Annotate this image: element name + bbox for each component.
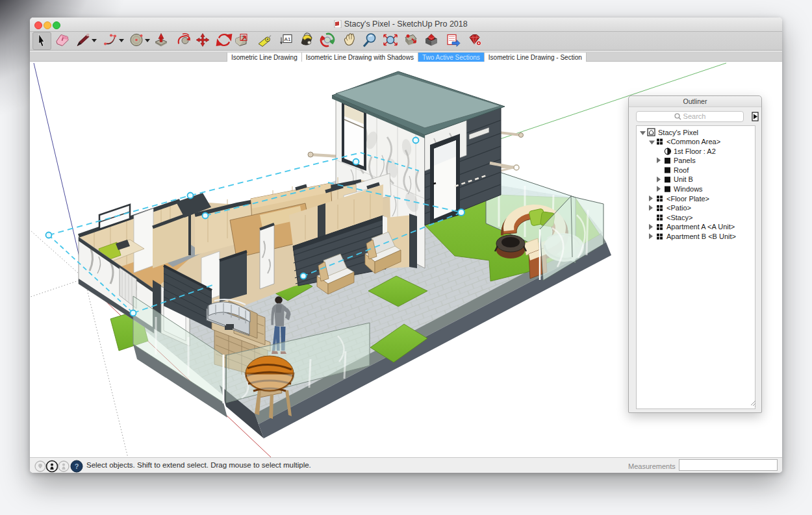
- svg-text:Roof: Roof: [674, 166, 689, 174]
- svg-text:Apartment A <A Unit>: Apartment A <A Unit>: [666, 223, 735, 231]
- svg-text:A1: A1: [285, 36, 291, 42]
- svg-text:Unit B: Unit B: [674, 175, 693, 183]
- svg-text:<Common Area>: <Common Area>: [666, 138, 720, 145]
- svg-text:1st Floor : A2: 1st Floor : A2: [674, 147, 716, 155]
- svg-text:Apartment B <B Unit>: Apartment B <B Unit>: [666, 232, 736, 240]
- svg-text:<Patio>: <Patio>: [666, 204, 691, 212]
- svg-text:<Stacy>: <Stacy>: [666, 214, 692, 221]
- svg-text:Panels: Panels: [674, 157, 696, 164]
- svg-text:?: ?: [75, 462, 79, 470]
- svg-text:Windows: Windows: [674, 185, 703, 193]
- svg-text:Stacy's Pixel: Stacy's Pixel: [658, 129, 698, 136]
- svg-text:<Floor Plate>: <Floor Plate>: [666, 195, 709, 203]
